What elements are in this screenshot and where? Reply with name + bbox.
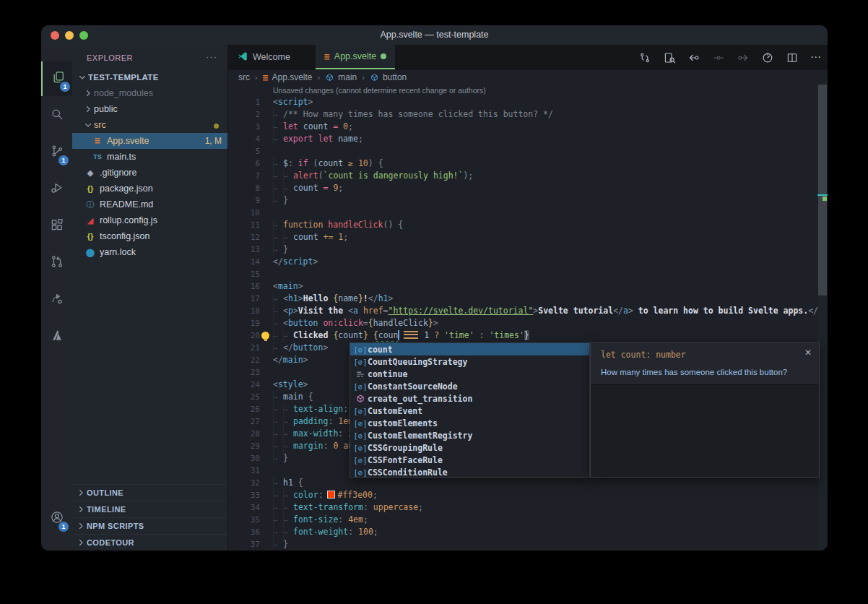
- code-line-2[interactable]: 2→/** How many times has someone clicked…: [228, 108, 817, 121]
- tree-item-node-modules[interactable]: node_modules: [72, 85, 227, 101]
- navigate-back-icon[interactable]: [687, 51, 700, 64]
- suggest-item-cssgroupingrule[interactable]: [⊘]CSSGroupingRule: [350, 441, 589, 454]
- code-line-37[interactable]: 37→}: [228, 538, 817, 551]
- code-line-19[interactable]: 19→<button on:click={handleClick}>: [228, 317, 817, 329]
- activity-search[interactable]: [41, 98, 72, 133]
- code-line-1[interactable]: 1<script>: [228, 96, 817, 108]
- code-line-9[interactable]: 9→}: [228, 194, 817, 207]
- code-line-18[interactable]: 18→<p>Visit the <a href="https://svelte.…: [228, 305, 817, 317]
- code-line-4[interactable]: 4→export let name;: [228, 133, 817, 145]
- activity-live-share[interactable]: [41, 282, 72, 317]
- code-line-5[interactable]: 5: [228, 145, 817, 158]
- suggest-item-customevent[interactable]: [⊘]CustomEvent: [350, 405, 589, 417]
- code-line-6[interactable]: 6→$: if (count ≥ 10) {: [228, 158, 817, 170]
- code-line-36[interactable]: 36→→font-weight: 100;: [228, 526, 817, 538]
- activity-extensions[interactable]: [41, 209, 72, 243]
- close-icon[interactable]: ✕: [804, 348, 812, 358]
- section-timeline[interactable]: TIMELINE: [72, 501, 227, 517]
- item-label: src: [94, 117, 106, 133]
- tab-app-svelte[interactable]: ≡App.svelte: [316, 45, 395, 69]
- code-editor[interactable]: Unsaved changes (cannot determine recent…: [228, 85, 817, 551]
- suggest-item-count[interactable]: [⊘]count: [350, 343, 589, 355]
- tree-item-app-svelte[interactable]: ≡App.svelte1, M: [72, 133, 227, 149]
- item-label: public: [94, 101, 118, 117]
- code-line-13[interactable]: 13→}: [228, 243, 817, 256]
- code-line-14[interactable]: 14</script>: [228, 256, 817, 268]
- tree-root-test-template[interactable]: TEST-TEMPLATE: [72, 69, 227, 85]
- chevron-down-icon: [77, 73, 88, 82]
- tree-item-rollup-config-js[interactable]: ◢rollup.config.js: [72, 212, 227, 228]
- run-icon[interactable]: [761, 51, 774, 64]
- line-number: 25: [228, 391, 260, 403]
- variable-kind-icon: [⊘]: [353, 468, 368, 477]
- activity-pull-request[interactable]: [41, 246, 72, 280]
- source-control-compare-icon[interactable]: [638, 51, 651, 64]
- code-line-11[interactable]: 11→function handleClick() {: [228, 219, 817, 231]
- yarn-file-icon: ⬤: [84, 244, 97, 260]
- tree-item-src[interactable]: src: [72, 117, 227, 133]
- line-number: 35: [228, 514, 260, 526]
- suggest-item-cssfontfacerule[interactable]: [⊘]CSSFontFaceRule: [350, 454, 589, 466]
- code-line-3[interactable]: 3→let count = 0;: [228, 121, 817, 133]
- activity-gear[interactable]: ⚙: [41, 539, 72, 551]
- code-line-34[interactable]: 34→→text-transform: uppercase;: [228, 501, 817, 514]
- tree-item-public[interactable]: public: [72, 101, 227, 117]
- code-line-33[interactable]: 33→→color: #ff3e00;: [228, 489, 817, 501]
- suggest-item-customelementregistry[interactable]: [⊘]CustomElementRegistry: [350, 429, 589, 441]
- code-line-8[interactable]: 8→→count = 9;: [228, 182, 817, 194]
- navigate-forward-icon[interactable]: [737, 51, 750, 64]
- title-bar[interactable]: App.svelte — test-template: [41, 25, 828, 46]
- line-number: 17: [228, 293, 260, 305]
- breadcrumb-item-app-svelte[interactable]: ≡App.svelte: [263, 72, 313, 83]
- lightbulb-icon[interactable]: [261, 332, 269, 340]
- scrollbar-thumb[interactable]: [818, 85, 827, 295]
- breadcrumb-item-main[interactable]: main: [325, 72, 357, 82]
- more-actions-icon[interactable]: ⋯: [810, 51, 822, 64]
- tree-item-package-json[interactable]: {}package.json: [72, 181, 227, 197]
- tree-item-main-ts[interactable]: TSmain.ts: [72, 149, 227, 165]
- section-npm-scripts[interactable]: NPM SCRIPTS: [72, 517, 227, 534]
- code-line-15[interactable]: 15: [228, 268, 817, 280]
- tree-item-tsconfig-json[interactable]: {}tsconfig.json: [72, 228, 227, 244]
- activity-source-control[interactable]: 1: [41, 135, 72, 170]
- suggest-item-constantsourcenode[interactable]: [⊘]ConstantSourceNode: [350, 380, 589, 392]
- section-codetour[interactable]: CODETOUR: [72, 534, 227, 551]
- suggest-item-create_out_transition[interactable]: create_out_transition: [350, 392, 589, 405]
- codelens-annotation[interactable]: Unsaved changes (cannot determine recent…: [228, 85, 817, 96]
- code-line-35[interactable]: 35→→font-size: 4em;: [228, 514, 817, 526]
- code-line-32[interactable]: 32→h1 {: [228, 477, 817, 489]
- activity-azure[interactable]: [41, 319, 72, 354]
- open-preview-icon[interactable]: [663, 51, 676, 64]
- sidebar-more-actions-icon[interactable]: ···: [206, 45, 217, 69]
- tree-item-readme-md[interactable]: ⓘREADME.md: [72, 197, 227, 212]
- json-file-icon: {}: [84, 228, 97, 244]
- suggest-item-continue[interactable]: continue: [350, 368, 589, 380]
- code-line-20[interactable]: 20→→Clicked {count} {coun 1 ? 'time' : '…: [228, 329, 817, 342]
- tree-item--gitignore[interactable]: ◆.gitignore: [72, 165, 227, 181]
- breadcrumb[interactable]: src›≡App.svelte›main›button: [228, 70, 828, 85]
- split-editor-icon[interactable]: [786, 51, 799, 64]
- suggest-label: CSSFontFaceRule: [368, 455, 443, 465]
- code-line-17[interactable]: 17→<h1>Hello {name}!</h1>: [228, 293, 817, 305]
- editor-scrollbar[interactable]: [817, 85, 828, 551]
- suggest-item-customelements[interactable]: [⊘]customElements: [350, 417, 589, 429]
- activity-debug[interactable]: [41, 172, 72, 207]
- suggest-item-cssconditionrule[interactable]: [⊘]CSSConditionRule: [350, 466, 589, 478]
- breadcrumb-item-button[interactable]: button: [370, 72, 407, 82]
- suggest-item-countqueuingstrategy[interactable]: [⊘]CountQueuingStrategy: [350, 355, 589, 368]
- chevron-down-icon: [82, 121, 94, 129]
- tab-welcome[interactable]: Welcome: [228, 45, 299, 69]
- variable-kind-icon: [⊘]: [353, 358, 368, 366]
- code-line-12[interactable]: 12→→count += 1;: [228, 231, 817, 243]
- navigate-current-icon[interactable]: [712, 51, 725, 64]
- activity-files[interactable]: 1: [41, 61, 74, 96]
- activity-account[interactable]: 1: [41, 501, 72, 536]
- color-swatch[interactable]: [328, 491, 334, 498]
- code-line-7[interactable]: 7→→alert(`count is dangerously high!`);: [228, 170, 817, 182]
- section-outline[interactable]: OUTLINE: [72, 484, 227, 501]
- tree-item-yarn-lock[interactable]: ⬤yarn.lock: [72, 244, 227, 260]
- breadcrumb-item-src[interactable]: src: [238, 72, 250, 82]
- line-number: 19: [228, 317, 260, 329]
- code-line-16[interactable]: 16<main>: [228, 280, 817, 293]
- code-line-10[interactable]: 10: [228, 207, 817, 219]
